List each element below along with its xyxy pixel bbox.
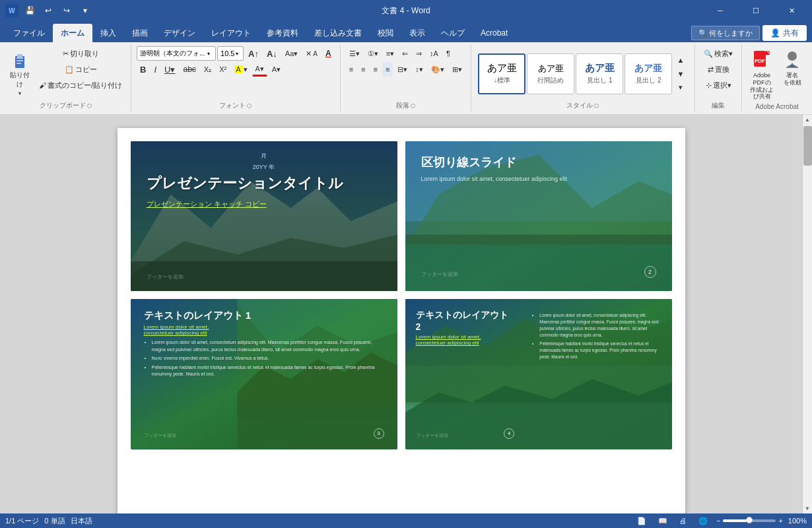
- slide2-footer: フッターを追加 2: [421, 266, 656, 278]
- scroll-up-arrow[interactable]: ▲: [803, 115, 813, 125]
- zoom-out-button[interactable]: −: [716, 517, 720, 525]
- slide1-date: 月: [147, 152, 382, 160]
- tab-draw[interactable]: 描画: [124, 24, 156, 42]
- slide-1[interactable]: 月 20YY 年 プレゼンテーションタイトル プレゼンテーション キャッチ コピ…: [131, 141, 397, 291]
- style-scroll-down-button[interactable]: ▼: [673, 67, 687, 81]
- bold-button[interactable]: B: [137, 62, 149, 77]
- superscript-button[interactable]: X²: [216, 62, 230, 77]
- replace-button[interactable]: ⇄ 置換: [700, 62, 736, 77]
- increase-font-button[interactable]: A↑: [245, 46, 262, 61]
- slide-2[interactable]: 区切り線スライド Lorem ipsum dolor sit amet, con…: [405, 141, 672, 291]
- font-expand-icon[interactable]: ⬡: [247, 103, 252, 109]
- bullets-button[interactable]: ☰▾: [346, 46, 363, 61]
- shading-button[interactable]: 🎨▾: [428, 62, 448, 77]
- subscript-button[interactable]: X₂: [201, 62, 215, 77]
- redo-button[interactable]: ↪: [59, 3, 74, 18]
- align-left-button[interactable]: ≡: [346, 62, 356, 77]
- zoom-thumb[interactable]: [746, 517, 753, 523]
- sort-button[interactable]: ↕A: [426, 46, 442, 61]
- zoom-area[interactable]: − + 100%: [716, 517, 807, 525]
- view-print-button[interactable]: 🖨: [676, 513, 690, 528]
- clipboard-expand-icon[interactable]: ⬡: [87, 103, 92, 109]
- zoom-bar[interactable]: [723, 519, 776, 522]
- slide-4[interactable]: テキストのレイアウト 2 Lorem ipsum dolor sit amet,…: [405, 299, 672, 449]
- style-scroll-up-button[interactable]: ▲: [673, 53, 687, 67]
- tab-mailings[interactable]: 差し込み文書: [306, 24, 370, 42]
- numbering-button[interactable]: ①▾: [364, 46, 382, 61]
- zoom-fill: [723, 519, 749, 522]
- select-button[interactable]: ⊹ 選択▾: [700, 78, 736, 92]
- italic-button[interactable]: I: [151, 62, 160, 77]
- decrease-font-button[interactable]: A↓: [263, 46, 281, 61]
- strikethrough-button[interactable]: abc: [180, 62, 199, 77]
- font-size-selector[interactable]: 10.5 ▾: [217, 46, 244, 61]
- slide3-bullet-2: Nunc viverra imperdiet enim. Fusce est. …: [152, 355, 384, 362]
- font-color-a-button[interactable]: A: [322, 46, 335, 61]
- tab-insert[interactable]: 挿入: [92, 24, 124, 42]
- maximize-button[interactable]: ☐: [741, 0, 771, 21]
- zoom-level: 100%: [788, 517, 807, 525]
- style-compact[interactable]: あア亜 行間詰め: [527, 53, 574, 94]
- font-family-selector[interactable]: 游明朝（本文のフォ... ▾: [137, 46, 216, 61]
- close-button[interactable]: ✕: [776, 0, 807, 21]
- undo-button[interactable]: ↩: [41, 3, 55, 18]
- align-right-button[interactable]: ≡: [370, 62, 381, 77]
- underline-button[interactable]: U▾: [161, 62, 178, 77]
- scroll-thumb[interactable]: [803, 126, 812, 166]
- text-effect-button[interactable]: A▾: [269, 62, 284, 77]
- font-highlight-button[interactable]: A▾: [231, 62, 250, 77]
- style-scroll: ▲ ▼ ▾: [673, 53, 687, 94]
- view-normal-button[interactable]: 📄: [634, 513, 650, 528]
- border-button[interactable]: ⊞▾: [449, 62, 465, 77]
- decrease-indent-button[interactable]: ⇐: [399, 46, 411, 61]
- multilevel-button[interactable]: ≡▾: [383, 46, 397, 61]
- copy-button[interactable]: 📋 コピー: [36, 62, 125, 77]
- paste-button[interactable]: 貼り付け ▾: [5, 46, 34, 94]
- change-case-button[interactable]: Aa▾: [282, 46, 301, 61]
- tab-home[interactable]: ホーム: [53, 24, 92, 42]
- view-read-button[interactable]: 📖: [655, 513, 671, 528]
- style-heading1[interactable]: あア亜 見出し 1: [576, 53, 623, 94]
- tab-design[interactable]: デザイン: [156, 24, 203, 42]
- tab-review[interactable]: 校閲: [370, 24, 401, 42]
- request-signature-button[interactable]: 署名を依頼: [778, 46, 807, 94]
- adobe-pdf-button[interactable]: PDF Adobe PDFの作成および共有: [747, 46, 776, 94]
- tab-help[interactable]: ヘルプ: [433, 24, 473, 42]
- tab-view[interactable]: 表示: [401, 24, 433, 42]
- vertical-scrollbar[interactable]: ▲ ▼: [802, 115, 812, 513]
- column-button[interactable]: ⊟▾: [394, 62, 411, 77]
- paragraph-expand-icon[interactable]: ⬡: [411, 103, 415, 109]
- styles-expand-icon[interactable]: ⬡: [594, 103, 599, 109]
- style-normal[interactable]: あア亜 ↓標準: [478, 53, 525, 94]
- tab-acrobat[interactable]: Acrobat: [473, 24, 516, 42]
- slide-3[interactable]: テキストのレイアウト 1 Lorem ipsum dolor sit amet,…: [131, 299, 397, 449]
- show-formatting-button[interactable]: ¶: [443, 46, 454, 61]
- share-button[interactable]: 👤 共有: [762, 25, 807, 41]
- paragraph-group: ☰▾ ①▾ ≡▾ ⇐ ⇒ ↕A ¶ ≡ ≡ ≡ ≡ ⊟▾ ↕▾: [341, 45, 471, 112]
- align-justify-button[interactable]: ≡: [382, 62, 393, 77]
- text-color-button[interactable]: A▾: [252, 62, 267, 77]
- svg-rect-2: [17, 57, 23, 59]
- search-button[interactable]: 🔍 検索▾: [700, 46, 736, 61]
- cut-button[interactable]: ✂ 切り取り: [36, 46, 125, 61]
- align-center-button[interactable]: ≡: [358, 62, 368, 77]
- scroll-down-arrow[interactable]: ▼: [803, 504, 813, 513]
- minimize-button[interactable]: ─: [705, 0, 735, 21]
- save-button[interactable]: 💾: [22, 3, 37, 18]
- line-spacing-button[interactable]: ↕▾: [412, 62, 426, 77]
- quick-access-more-button[interactable]: ▾: [78, 3, 92, 18]
- zoom-in-button[interactable]: +: [778, 517, 782, 525]
- acrobat-label: Adobe Acrobat: [755, 103, 799, 112]
- view-web-button[interactable]: 🌐: [695, 513, 711, 528]
- doc-scroll-content[interactable]: 月 20YY 年 プレゼンテーションタイトル プレゼンテーション キャッチ コピ…: [0, 115, 802, 513]
- clear-format-button[interactable]: ✕A: [302, 46, 321, 61]
- tab-file[interactable]: ファイル: [5, 24, 53, 42]
- search-command-button[interactable]: 🔍 何をしますか: [691, 26, 760, 40]
- style-more-button[interactable]: ▾: [673, 81, 687, 94]
- format-painter-button[interactable]: 🖌 書式のコピー/貼り付け: [36, 78, 125, 92]
- replace-icon: ⇄: [708, 65, 714, 74]
- tab-references[interactable]: 参考資料: [259, 24, 306, 42]
- style-heading2[interactable]: あア亜 見出し 2: [625, 53, 672, 94]
- increase-indent-button[interactable]: ⇒: [413, 46, 425, 61]
- tab-layout[interactable]: レイアウト: [203, 24, 259, 42]
